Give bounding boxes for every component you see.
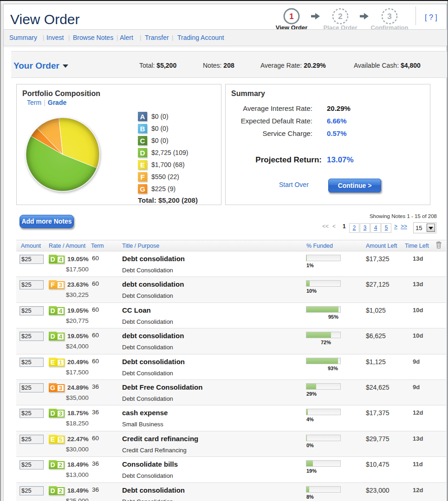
svg-text:3: 3 <box>387 12 391 21</box>
svg-text:2: 2 <box>338 12 342 21</box>
svg-text:1: 1 <box>289 12 293 21</box>
